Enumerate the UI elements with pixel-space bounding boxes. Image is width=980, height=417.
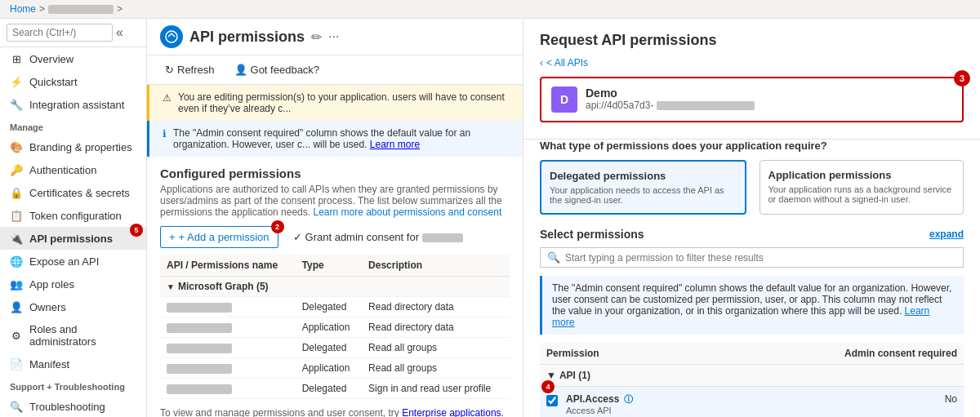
sidebar-item-expose[interactable]: 🌐 Expose an API	[0, 250, 146, 273]
quickstart-icon: ⚡	[10, 75, 23, 88]
perm-info: API.Access ⓘ Access API	[566, 393, 884, 415]
troubleshoot-icon: 🔍	[10, 400, 23, 413]
api-details: Demo api://4d05a7d3-	[586, 87, 755, 111]
api-info-box: D Demo api://4d05a7d3- 3	[540, 77, 964, 122]
sidebar-item-roles-admin[interactable]: ⚙ Roles and administrators	[0, 318, 146, 353]
branding-icon: 🎨	[10, 140, 23, 153]
support-section-label: Support + Troubleshooting	[0, 375, 146, 395]
api-url-blurred	[657, 101, 755, 110]
breadcrumb-home[interactable]: Home	[10, 3, 36, 15]
enterprise-apps-link[interactable]: Enterprise applications.	[402, 407, 504, 417]
more-icon[interactable]: ···	[328, 29, 339, 45]
sidebar-item-integration[interactable]: 🔧 Integration assistant	[0, 93, 146, 116]
breadcrumb-app[interactable]	[48, 3, 114, 15]
right-panel-info-box: The "Admin consent required" column show…	[540, 276, 964, 335]
learn-more-permissions-link[interactable]: Learn more about permissions and consent	[313, 206, 501, 218]
sidebar-item-api-permissions[interactable]: 🔌 API permissions 5	[0, 227, 146, 250]
cert-icon: 🔒	[10, 186, 23, 199]
search-icon: 🔍	[547, 251, 560, 264]
refresh-icon: ↻	[165, 64, 174, 76]
right-panel: Request API permissions ‹ < All APIs D D…	[523, 19, 980, 417]
api-url: api://4d05a7d3-	[586, 100, 755, 111]
sidebar-item-certificates[interactable]: 🔒 Certificates & secrets	[0, 181, 146, 204]
sidebar-search-area: «	[0, 19, 146, 47]
api-perm-icon: 🔌	[10, 232, 23, 245]
delegated-desc: Your application needs to access the API…	[550, 185, 737, 205]
right-panel-header: Request API permissions ‹ < All APIs D D…	[523, 19, 980, 140]
feedback-icon: 👤	[234, 64, 247, 76]
table-group-header: ▼Microsoft Graph (5)	[160, 277, 510, 297]
table-row: Delegated Read directory data	[160, 297, 510, 317]
roles-icon: ⚙	[10, 329, 23, 342]
overview-icon: ⊞	[10, 52, 23, 65]
grant-admin-button[interactable]: ✓ Grant admin consent for	[285, 227, 471, 247]
manifest-icon: 📄	[10, 357, 23, 370]
main-content: API permissions ✏ ··· ↻ Refresh 👤 Got fe…	[147, 19, 523, 417]
sidebar-item-owners[interactable]: 👤 Owners	[0, 295, 146, 318]
table-row: Delegated Sign in and read user profile	[160, 379, 510, 399]
breadcrumb-sep1: >	[39, 3, 45, 15]
permission-checkbox[interactable]	[546, 395, 558, 406]
breadcrumb-sep2: >	[117, 3, 122, 15]
integration-icon: 🔧	[10, 98, 23, 111]
all-apis-back-link[interactable]: ‹ < All APIs	[540, 57, 964, 69]
search-input[interactable]	[7, 24, 113, 42]
sidebar-item-authentication[interactable]: 🔑 Authentication	[0, 158, 146, 181]
api-permissions-badge: 5	[130, 224, 143, 237]
app-perm-desc: Your application runs as a background se…	[768, 184, 956, 204]
app-roles-icon: 👥	[10, 277, 23, 291]
table-row: Application Read directory data	[160, 317, 510, 338]
add-icon: +	[169, 231, 176, 243]
right-panel-title: Request API permissions	[540, 32, 964, 49]
info-learn-more[interactable]: Learn more	[552, 305, 929, 328]
group-chevron-icon: ▼	[546, 370, 556, 381]
info-circle-icon: ⓘ	[624, 394, 633, 404]
permission-row: API.Access ⓘ Access API No 4	[540, 387, 964, 417]
auth-icon: 🔑	[10, 163, 23, 176]
add-permission-button[interactable]: + + Add a permission 2	[160, 226, 278, 248]
info-icon: ℹ	[163, 128, 167, 140]
delegated-permissions-card[interactable]: Delegated permissions Your application n…	[540, 160, 746, 215]
perm-desc: Access API	[566, 406, 884, 415]
learn-more-link[interactable]: Learn more	[370, 139, 420, 150]
api-name: Demo	[586, 87, 755, 100]
refresh-button[interactable]: ↻ Refresh	[160, 60, 220, 79]
col-name: API / Permissions name	[160, 255, 296, 277]
permission-type-cards: Delegated permissions Your application n…	[540, 160, 964, 215]
permission-row-badge: 4	[541, 380, 555, 393]
sidebar-item-token[interactable]: 📋 Token configuration	[0, 204, 146, 227]
warning-alert: ⚠ You are editing permission(s) to your …	[147, 85, 523, 121]
sidebar-item-app-roles[interactable]: 👥 App roles	[0, 273, 146, 295]
edit-icon[interactable]: ✏	[311, 29, 322, 45]
sidebar-item-manifest[interactable]: 📄 Manifest	[0, 353, 146, 375]
sidebar-item-troubleshoot[interactable]: 🔍 Troubleshooting	[0, 395, 146, 417]
col-type: Type	[296, 255, 362, 277]
app-perm-title: Application permissions	[768, 169, 956, 181]
api-group-header: ▼ API (1)	[540, 365, 964, 387]
token-icon: 📋	[10, 209, 23, 222]
api-app-icon: D	[551, 87, 577, 113]
owners-icon: 👤	[10, 300, 23, 313]
add-permission-badge: 2	[271, 220, 284, 233]
section-title: Configured permissions	[160, 166, 510, 180]
expand-link[interactable]: expand	[929, 228, 964, 240]
application-permissions-card[interactable]: Application permissions Your application…	[760, 160, 964, 215]
sidebar-item-quickstart[interactable]: ⚡ Quickstart	[0, 70, 146, 93]
sidebar-collapse-btn[interactable]: «	[116, 25, 123, 40]
breadcrumb: Home > >	[0, 0, 980, 19]
sidebar-item-overview[interactable]: ⊞ Overview	[0, 47, 146, 70]
permissions-type-section: What type of permissions does your appli…	[523, 140, 980, 417]
warning-icon: ⚠	[163, 92, 172, 104]
sidebar-item-branding[interactable]: 🎨 Branding & properties	[0, 135, 146, 158]
permission-filter-input[interactable]	[565, 252, 956, 264]
section-desc: Applications are authorized to call APIs…	[160, 184, 510, 218]
permissions-question: What type of permissions does your appli…	[540, 140, 964, 152]
filter-input-wrapper: 🔍	[540, 247, 964, 268]
page-header: API permissions ✏ ···	[147, 19, 523, 55]
info-alert: ℹ The "Admin consent required" column sh…	[147, 121, 523, 157]
chevron-left-icon: ‹	[540, 57, 543, 69]
permission-list-header: Permission Admin consent required	[540, 343, 964, 365]
select-permissions-label: Select permissions expand	[540, 228, 964, 241]
feedback-button[interactable]: 👤 Got feedback?	[229, 60, 325, 79]
sidebar: « ⊞ Overview ⚡ Quickstart 🔧 Integration …	[0, 19, 147, 417]
